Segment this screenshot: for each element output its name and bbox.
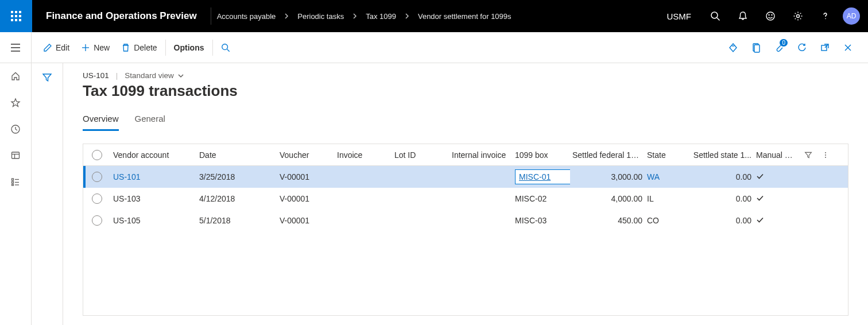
cell-manual[interactable] xyxy=(754,216,800,226)
column-header-date[interactable]: Date xyxy=(197,150,277,160)
search-icon xyxy=(221,43,230,52)
tab-overview[interactable]: Overview xyxy=(83,110,119,131)
diamond-icon xyxy=(728,42,738,53)
column-header-settled-state[interactable]: Settled state 1... xyxy=(685,150,754,160)
nav-toggle-button[interactable] xyxy=(0,32,32,63)
chevron-down-icon xyxy=(177,72,184,79)
svg-point-4 xyxy=(772,15,772,16)
delete-button[interactable]: Delete xyxy=(115,40,162,56)
filter-pane-toggle[interactable] xyxy=(42,72,52,325)
cell-voucher[interactable]: V-00001 xyxy=(277,172,335,181)
cell-settled-state[interactable]: 0.00 xyxy=(685,216,754,225)
svg-point-5 xyxy=(797,15,800,18)
svg-point-31 xyxy=(825,154,826,156)
breadcrumb-item[interactable]: Accounts payable xyxy=(217,12,276,21)
nav-recent-button[interactable] xyxy=(0,116,32,142)
cell-manual[interactable] xyxy=(754,172,800,182)
grid-more-button[interactable] xyxy=(817,151,834,159)
nav-modules-button[interactable] xyxy=(0,169,32,195)
column-header-manual[interactable]: Manual En... xyxy=(754,150,800,160)
cell-settled-state[interactable]: 0.00 xyxy=(685,194,754,203)
column-header-invoice[interactable]: Invoice xyxy=(335,150,392,160)
column-header-1099box[interactable]: 1099 box xyxy=(513,150,570,160)
attachments-button[interactable]: 0 xyxy=(769,38,789,57)
cell-1099box[interactable]: MISC-03 xyxy=(513,216,570,225)
column-header-vendor[interactable]: Vendor account xyxy=(111,150,197,160)
view-label: Standard view xyxy=(125,71,174,80)
cell-settled-state[interactable]: 0.00 xyxy=(685,172,754,181)
star-icon xyxy=(10,98,21,108)
cell-1099box[interactable]: MISC-01 xyxy=(513,169,570,184)
refresh-icon xyxy=(797,42,807,53)
column-header-lot[interactable]: Lot ID xyxy=(392,150,450,160)
user-avatar[interactable]: AD xyxy=(843,7,860,25)
svg-point-12 xyxy=(222,44,227,49)
cell-vendor[interactable]: US-105 xyxy=(111,216,197,225)
notifications-button[interactable] xyxy=(729,0,757,32)
personalize-button[interactable] xyxy=(723,38,743,57)
page-options-button[interactable] xyxy=(746,38,766,57)
cell-date[interactable]: 3/25/2018 xyxy=(197,172,277,181)
cell-state[interactable]: WA xyxy=(645,172,685,181)
help-button[interactable] xyxy=(812,0,839,32)
new-button[interactable]: New xyxy=(75,40,115,56)
nav-workspaces-button[interactable] xyxy=(0,142,32,169)
cell-date[interactable]: 4/12/2018 xyxy=(197,194,277,203)
row-selector[interactable] xyxy=(83,215,111,226)
pencil-icon xyxy=(43,43,52,52)
legal-entity-picker[interactable]: USMF xyxy=(657,11,702,21)
options-label: Options xyxy=(174,43,204,52)
cell-state[interactable]: IL xyxy=(645,194,685,203)
nav-favorites-button[interactable] xyxy=(0,90,32,116)
column-header-federal[interactable]: Settled federal 1099 xyxy=(570,150,645,160)
row-selector[interactable] xyxy=(83,194,111,204)
cell-vendor[interactable]: US-103 xyxy=(111,194,197,203)
chevron-right-icon xyxy=(352,13,358,19)
column-header-voucher[interactable]: Voucher xyxy=(277,150,335,160)
svg-point-2 xyxy=(766,12,774,20)
table-row[interactable]: US-1013/25/2018V-00001MISC-013,000.00WA0… xyxy=(83,166,848,188)
svg-point-0 xyxy=(711,12,718,18)
feedback-button[interactable] xyxy=(757,0,784,32)
plus-icon xyxy=(81,43,90,52)
divider xyxy=(165,40,166,56)
cell-1099box[interactable]: MISC-02 xyxy=(513,194,570,203)
column-header-state[interactable]: State xyxy=(645,150,685,160)
search-actionpane-button[interactable] xyxy=(215,40,236,56)
edit-button[interactable]: Edit xyxy=(37,40,75,56)
column-header-internal[interactable]: Internal invoice xyxy=(450,150,513,160)
app-launcher-button[interactable] xyxy=(0,0,32,32)
table-row[interactable]: US-1055/1/2018V-00001MISC-03450.00CO0.00 xyxy=(83,210,848,231)
settings-button[interactable] xyxy=(784,0,812,32)
cell-federal[interactable]: 4,000.00 xyxy=(570,194,645,203)
refresh-button[interactable] xyxy=(792,38,812,57)
cell-voucher[interactable]: V-00001 xyxy=(277,194,335,203)
search-button[interactable] xyxy=(702,0,729,32)
svg-line-13 xyxy=(227,49,229,51)
cell-manual[interactable] xyxy=(754,194,800,204)
row-selector[interactable] xyxy=(83,172,111,182)
cell-state[interactable]: CO xyxy=(645,216,685,225)
close-button[interactable] xyxy=(838,38,858,57)
view-selector[interactable]: Standard view xyxy=(125,71,184,80)
select-all-toggle[interactable] xyxy=(83,150,111,160)
options-button[interactable]: Options xyxy=(168,40,210,56)
breadcrumb-item[interactable]: Vendor settlement for 1099s xyxy=(418,12,512,21)
cell-vendor[interactable]: US-101 xyxy=(111,172,197,181)
popout-button[interactable] xyxy=(815,38,835,57)
cell-federal[interactable]: 3,000.00 xyxy=(570,172,645,181)
nav-home-button[interactable] xyxy=(0,63,32,90)
cell-voucher[interactable]: V-00001 xyxy=(277,216,335,225)
cell-date[interactable]: 5/1/2018 xyxy=(197,216,277,225)
page-icon xyxy=(751,42,761,53)
tab-general[interactable]: General xyxy=(135,110,165,131)
edit-label: Edit xyxy=(56,43,69,52)
grid-filter-button[interactable] xyxy=(800,151,817,159)
cell-federal[interactable]: 450.00 xyxy=(570,216,645,225)
home-icon xyxy=(10,71,21,82)
breadcrumb-item[interactable]: Tax 1099 xyxy=(366,12,396,21)
grid-header-row: Vendor account Date Voucher Invoice Lot … xyxy=(83,144,848,166)
gear-icon xyxy=(793,11,803,21)
breadcrumb-item[interactable]: Periodic tasks xyxy=(297,12,344,21)
table-row[interactable]: US-1034/12/2018V-00001MISC-024,000.00IL0… xyxy=(83,188,848,210)
